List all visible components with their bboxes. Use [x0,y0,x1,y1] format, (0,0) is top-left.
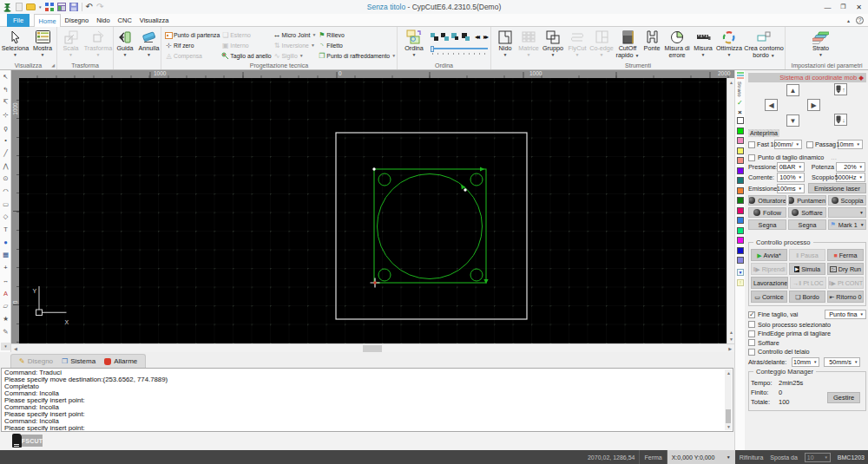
micro-joint-button[interactable]: ↔ Micro Joint ▼ [273,29,317,40]
coedge-button[interactable]: Co-edge ▼ [589,28,615,61]
toolbar-overflow-button[interactable]: ▾ [1,343,10,350]
sort-prev-icon[interactable]: ◂◂ [475,33,478,41]
esterno-button[interactable]: ❏ Esterno [221,29,271,40]
drawing-canvas[interactable]: YX [19,78,727,343]
passaggio-select[interactable]: 10mm▼ [838,140,863,149]
layer-color-swatch[interactable] [737,217,744,224]
ordina-button[interactable]: Ordina ▼ [401,28,427,61]
fine-taglio-checkbox[interactable] [748,311,755,318]
restore-button[interactable]: ❐ [839,3,847,11]
misura-di-errore-button[interactable]: Misura di errore [663,28,691,61]
potenza-select[interactable]: 20%▼ [836,162,865,172]
jog-down-button[interactable]: ▼ [786,114,799,127]
tab-visualizza[interactable]: Visualizza [135,14,173,27]
atras-speed-select[interactable]: 50mm/s▼ [824,357,860,367]
toolbar-tool-button[interactable]: ▦ [0,249,11,262]
avvia-button[interactable]: ▶Avvia* [751,249,787,261]
misura-button[interactable]: Misura ▼ [691,28,715,61]
compensa-button[interactable]: ◬ Compensa [165,50,220,61]
log-scrollbar[interactable]: ▲ ▼ [725,369,732,430]
scroll-up-icon[interactable]: ▲ [729,330,733,335]
jog-right-button[interactable]: ▶ [807,99,820,111]
canvas-vertical-scrollbar[interactable]: ▲ ▲ ▼ [727,78,734,343]
soffiare-toggle[interactable]: Soffiare [788,207,826,218]
seleziona-button[interactable]: Seleziona ▼ [1,28,30,61]
layer-color-swatch[interactable] [737,117,744,124]
toolbar-tool-button[interactable]: ↸ [0,95,11,108]
log-output[interactable]: Command: Traduci Please specify move des… [1,368,733,432]
blank-toggle[interactable]: ▼ [828,207,866,218]
sort-slider[interactable] [431,46,488,55]
z-up-button[interactable]: ↑ [834,83,847,95]
toolbar-tool-button[interactable]: ◠ [0,185,11,198]
pressione-select[interactable]: 0BAR▼ [777,162,805,172]
log-tab-allarme[interactable]: Allarme [100,357,141,365]
solo-processo-checkbox[interactable] [748,321,755,328]
taglio-ad-anello-button[interactable]: Taglio ad anello [221,50,271,61]
layer-color-swatch[interactable] [737,227,744,234]
jog-left-button[interactable]: ◀ [765,99,778,111]
ritorno-0-button[interactable]: ⇤Ritorno 0 [827,291,864,303]
sposta-da-select[interactable]: 10▼ [805,453,831,462]
toolbar-tool-button[interactable]: ╱ [0,147,11,160]
toolbar-tool-button[interactable]: ▱ [0,299,11,312]
toolbar-tool-button[interactable]: ↔ [0,274,11,287]
layer-visible-icon[interactable]: ✓ [737,99,743,107]
layer-color-swatch[interactable] [737,207,744,214]
puntamento-toggle[interactable]: Puntament [788,195,826,206]
controllo-telaio-checkbox[interactable] [748,349,755,356]
toolbar-tool-button[interactable]: ★ [0,312,11,325]
filetto-button[interactable]: ◝ Filetto [318,40,396,50]
cornice-button[interactable]: ▭Cornice [751,291,787,303]
toolbar-tool-button[interactable]: + [0,261,11,274]
tab-nido[interactable]: Nido [93,14,114,27]
rif-zero-button[interactable]: ⊹ Rif zero [165,40,220,50]
emissione-laser-button[interactable]: Emissione laser [808,183,866,193]
riprendi-button[interactable]: ‖▶Riprendi [751,263,787,275]
annulla-button[interactable]: Annulla ▼ [137,28,161,61]
scrollbar-thumb[interactable] [363,345,382,352]
gestire-button[interactable]: Gestire [827,392,860,403]
fine-taglio-select[interactable]: Punto fina▼ [825,310,866,319]
punto-di-partenza-button[interactable]: Punto di partenza [165,29,220,40]
layer-color-swatch[interactable] [737,157,744,164]
tab-disegno[interactable]: Disegno [61,14,93,27]
flycut-button[interactable]: FlyCut ▼ [566,28,589,61]
segna-1-button[interactable]: Segna [748,219,786,230]
layer-color-swatch[interactable] [737,257,744,264]
sigillo-button[interactable]: ∿ Sigillo ▼ [273,50,317,61]
position-readout[interactable]: X:0,000 Y:0,000▼ [667,450,735,464]
sort-option-4-icon[interactable] [462,33,470,41]
jog-up-button[interactable]: ▲ [786,84,799,96]
tab-home[interactable]: Home [34,14,61,27]
rilievo-button[interactable]: ⚑ Rilievo [318,29,396,40]
findedge-checkbox[interactable] [748,330,755,337]
log-tab-disegno[interactable]: ✎ Disegno [15,357,57,365]
coordinate-system-header[interactable]: Sistema di coordinate mob ◆ [748,73,866,82]
scrollbar-thumb[interactable] [726,409,731,423]
punto-taglio-dinamico-checkbox[interactable] [748,154,755,161]
layer-move-icon[interactable]: ▼ [737,269,744,276]
trasforma-button[interactable]: Trasforma ▼ [84,28,113,61]
matrice-button[interactable]: Matrice ▼ [517,28,540,61]
pt-cont-button[interactable]: ‖▶Pt CONT [828,277,864,289]
layer-color-swatch[interactable] [737,177,744,184]
dry-run-button[interactable]: ▷Dry Run [827,263,864,275]
toolbar-tool-button[interactable]: ↰ [0,83,11,96]
canvas-horizontal-scrollbar[interactable]: ◀ ▶ [11,343,734,352]
emissione-select[interactable]: 100ms▼ [777,184,805,193]
fast-checkbox[interactable] [748,141,755,148]
anteprima-header[interactable]: Anteprima [748,129,779,137]
punto-di-raffreddamento-button[interactable]: ❐ Punto di raffreddamento ▼ [318,50,396,61]
sort-option-1-icon[interactable] [431,33,438,41]
scoppia-toggle[interactable]: Scoppia [828,195,866,206]
toolbar-tool-button[interactable]: ● [0,236,11,249]
fast-speed-select[interactable]: 100mm/▼ [774,140,802,149]
layer-color-swatch[interactable] [737,167,744,174]
scroll-up-icon[interactable]: ▲ [727,370,731,376]
scroll-down-icon[interactable]: ▼ [727,424,731,429]
log-tab-sistema[interactable]: ❒ Sistema [57,357,100,365]
toolbar-tool-button[interactable]: ▭ [0,198,11,211]
layer-color-swatch[interactable] [737,187,744,194]
atras-distance-select[interactable]: 10mm▼ [792,357,819,367]
